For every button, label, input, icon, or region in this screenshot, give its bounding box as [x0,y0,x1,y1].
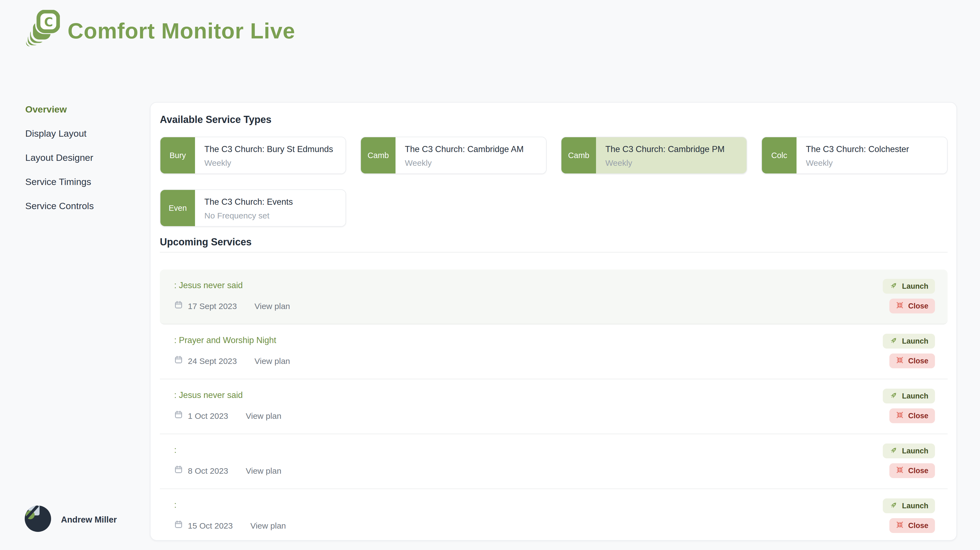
service-type-frequency: No Frequency set [204,211,345,220]
service-date: 1 Oct 2023 [188,411,228,420]
service-title-link[interactable]: : Prayer and Worship Night [174,335,276,345]
upcoming-service-row: : 8 Oct 2023 View plan [160,434,948,489]
view-plan-link[interactable]: View plan [255,301,290,311]
service-type-frequency: Weekly [605,158,746,167]
app-logo-icon: C [25,10,60,52]
calendar-icon [174,465,183,476]
view-plan-link[interactable]: View plan [255,356,290,365]
close-button[interactable]: Close [889,463,935,478]
upcoming-service-row: : Jesus never said 17 Sept 2023 View pla… [160,269,948,324]
service-date: 15 Oct 2023 [188,521,233,530]
close-button[interactable]: Close [889,353,935,368]
compress-icon [896,411,904,420]
service-actions: Launch Close [883,498,935,533]
service-type-frequency: Weekly [405,158,546,167]
service-type-title: The C3 Church: Cambridge PM [605,144,746,154]
service-types-heading: Available Service Types [160,114,948,126]
upcoming-services-list: : Jesus never said 17 Sept 2023 View pla… [160,269,948,544]
service-type-card-body: The C3 Church: Events No Frequency set [195,190,345,226]
service-type-title: The C3 Church: Bury St Edmunds [204,144,345,154]
sidebar-item-overview[interactable]: Overview [25,105,94,114]
close-button[interactable]: Close [889,299,935,314]
sidebar-item-service-timings[interactable]: Service Timings [25,177,94,187]
service-type-title: The C3 Church: Cambridge AM [405,144,546,154]
launch-button[interactable]: Launch [883,334,935,349]
service-actions: Launch Close [883,279,935,314]
sidebar-item-service-controls[interactable]: Service Controls [25,201,94,211]
service-type-card-body: The C3 Church: Colchester Weekly [797,137,947,173]
service-type-abbr-badge: Camb [361,137,396,173]
service-actions: Launch Close [883,334,935,368]
app-title: Comfort Monitor Live [68,18,295,43]
close-button[interactable]: Close [889,408,935,423]
launch-button[interactable]: Launch [883,279,935,294]
launch-button[interactable]: Launch [883,388,935,403]
upcoming-service-row: : Jesus never said 1 Oct 2023 View plan [160,379,948,434]
service-type-frequency: Weekly [806,158,947,167]
calendar-icon [174,410,183,421]
view-plan-link[interactable]: View plan [250,521,286,530]
launch-button[interactable]: Launch [883,498,935,513]
service-type-title: The C3 Church: Colchester [806,144,947,154]
service-title-link[interactable]: : Jesus never said [174,281,243,290]
service-type-title: The C3 Church: Events [204,197,345,207]
service-type-abbr-badge: Colc [762,137,797,173]
user-name: Andrew Miller [61,515,117,525]
rocket-icon [889,446,897,456]
calendar-icon [174,520,183,531]
service-date: 8 Oct 2023 [188,466,228,475]
service-meta: 8 Oct 2023 View plan [174,465,281,476]
service-type-frequency: Weekly [204,158,345,167]
view-plan-link[interactable]: View plan [246,466,282,475]
compress-icon [896,521,904,530]
upcoming-services-heading: Upcoming Services [160,236,948,248]
app-root: C Comfort Monitor Live OverviewDisplay L… [0,0,980,550]
service-type-abbr-badge: Camb [562,137,596,173]
service-type-cards: Bury The C3 Church: Bury St Edmunds Week… [160,137,948,227]
service-date: 24 Sept 2023 [188,356,237,365]
upcoming-service-row: : Prayer and Worship Night 24 Sept 2023 … [160,324,948,379]
rocket-icon [889,391,897,401]
service-actions: Launch Close [883,388,935,423]
section-divider [160,252,948,252]
service-type-card-body: The C3 Church: Cambridge AM Weekly [396,137,546,173]
launch-button[interactable]: Launch [883,444,935,458]
service-type-card[interactable]: Bury The C3 Church: Bury St Edmunds Week… [160,137,346,174]
sidebar-nav: OverviewDisplay LayoutLayout DesignerSer… [25,105,94,211]
service-date: 17 Sept 2023 [188,301,237,311]
sidebar-item-display-layout[interactable]: Display Layout [25,129,94,138]
compress-icon [896,356,904,366]
sidebar-item-layout-designer[interactable]: Layout Designer [25,153,94,162]
service-actions: Launch Close [883,444,935,478]
close-button[interactable]: Close [889,518,935,533]
service-type-card[interactable]: Camb The C3 Church: Cambridge PM Weekly [561,137,747,174]
service-type-card[interactable]: Camb The C3 Church: Cambridge AM Weekly [360,137,547,174]
service-type-card[interactable]: Even The C3 Church: Events No Frequency … [160,189,346,227]
rocket-icon [889,501,897,511]
service-meta: 1 Oct 2023 View plan [174,410,281,421]
brand: C Comfort Monitor Live [25,10,295,52]
compress-icon [896,466,904,476]
compress-icon [896,301,904,311]
service-meta: 15 Oct 2023 View plan [174,520,286,531]
svg-text:C: C [44,15,53,29]
rocket-icon [889,281,897,291]
user-profile[interactable]: Andrew Miller [25,506,117,534]
main-panel: Available Service Types Bury The C3 Chur… [150,102,957,540]
upcoming-service-row: : 15 Oct 2023 View plan [160,489,948,544]
service-title-link[interactable]: : Jesus never said [174,390,243,400]
view-plan-link[interactable]: View plan [246,411,282,420]
calendar-icon [174,300,183,311]
service-title-link[interactable]: : [174,445,177,455]
calendar-icon [174,355,183,366]
service-meta: 17 Sept 2023 View plan [174,300,290,311]
service-type-card-body: The C3 Church: Cambridge PM Weekly [596,137,746,173]
service-type-card-body: The C3 Church: Bury St Edmunds Weekly [195,137,345,173]
service-type-abbr-badge: Bury [161,137,195,173]
service-title-link[interactable]: : [174,500,177,510]
rocket-icon [889,336,897,346]
service-type-card[interactable]: Colc The C3 Church: Colchester Weekly [761,137,948,174]
service-type-abbr-badge: Even [161,190,195,226]
service-meta: 24 Sept 2023 View plan [174,355,290,366]
user-avatar [25,506,51,534]
